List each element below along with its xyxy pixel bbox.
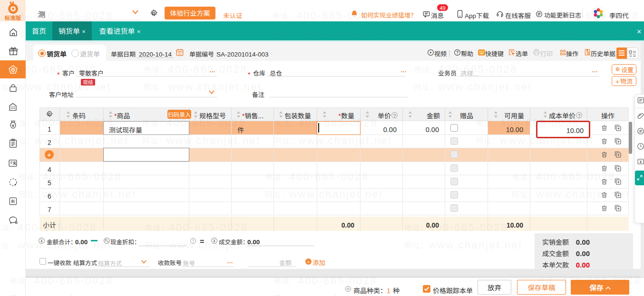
svg-text:新: 新: [11, 198, 15, 204]
